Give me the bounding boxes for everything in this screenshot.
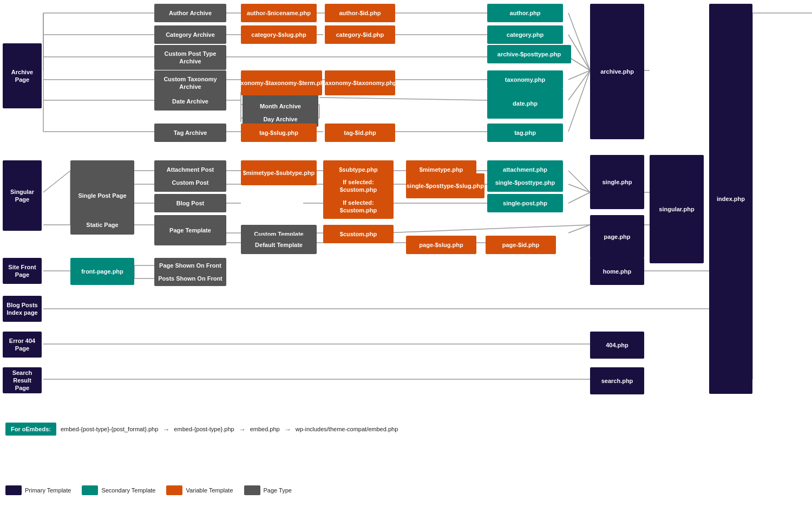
svg-line-17 [568, 57, 590, 70]
page-template-node: Page Template [154, 215, 226, 245]
svg-line-38 [43, 171, 70, 192]
index-php-node: index.php [709, 4, 752, 394]
svg-line-56 [568, 192, 590, 203]
custom-php-node: $custom.php [323, 225, 394, 243]
tag-id-node: tag-$id.php [325, 124, 395, 142]
legend-item-page-type: Page Type [244, 485, 292, 495]
for-oembeds-label: For oEmbeds: [5, 423, 56, 436]
category-php-node: category.php [487, 25, 563, 44]
arrow3: → [284, 425, 291, 433]
svg-line-66 [568, 225, 590, 233]
singular-php-node: singular.php [650, 155, 704, 263]
not-found-404-node: 404.php [590, 332, 644, 359]
embed-post-type-format: embed-{post-type}-{post_format}.php [61, 426, 158, 432]
tag-php-node: tag.php [487, 124, 563, 142]
author-id-node: author-$id.php [325, 4, 395, 22]
embed-post-type: embed-{post-type}.php [174, 426, 234, 432]
svg-line-29 [568, 70, 590, 100]
page-php-node: page.php [590, 215, 644, 258]
svg-line-48 [568, 171, 590, 192]
page-id-node: page-$id.php [486, 236, 556, 254]
archive-page-node: Archive Page [3, 43, 42, 108]
blog-posts-index-node: Blog Posts Index page [3, 296, 42, 322]
legend: Primary Template Secondary Template Vari… [5, 485, 292, 495]
search-php-node: search.php [590, 367, 644, 394]
date-php-node: date.php [487, 88, 563, 119]
custom-post-type-archive-node: Custom Post Type Archive [154, 45, 226, 70]
legend-label-page-type: Page Type [264, 487, 292, 494]
date-archive-node: Date Archive [154, 92, 226, 111]
archive-php-node: archive.php [590, 4, 644, 139]
legend-label-secondary: Secondary Template [101, 487, 155, 494]
tag-archive-node: Tag Archive [154, 124, 226, 142]
author-nicename-node: author-$nicename.php [241, 4, 317, 22]
static-page-node: Static Page [70, 215, 134, 235]
default-template-node: Default Template [241, 236, 317, 254]
mimetype-subtype-node: $mimetype-$subtype.php [241, 160, 317, 185]
legend-item-variable: Variable Template [166, 485, 233, 495]
single-posttype-slug-node: single-$posttype-$slug.php [406, 173, 484, 198]
svg-line-15 [568, 35, 590, 70]
svg-line-28 [319, 98, 487, 100]
legend-box-variable [166, 485, 182, 495]
single-posttype-node: single-$posttype.php [487, 173, 563, 192]
arrow1: → [162, 425, 169, 433]
author-archive-node: Author Archive [154, 4, 226, 22]
singular-page-node: Singular Page [3, 160, 42, 231]
search-result-page-node: Search Result Page [3, 367, 42, 393]
embed-row: For oEmbeds: embed-{post-type}-{post_for… [5, 423, 398, 436]
site-front-page-node: Site Front Page [3, 258, 42, 284]
archive-posttype-node: archive-$posttype.php [487, 45, 571, 63]
svg-line-53 [568, 184, 590, 192]
if-selected-custom-blog-node: If selected: $custom.php [323, 194, 394, 219]
legend-label-primary: Primary Template [25, 487, 71, 494]
home-php-node: home.php [590, 258, 644, 285]
blog-post-node: Blog Post [154, 194, 226, 212]
category-slug-node: category-$slug.php [241, 25, 317, 44]
legend-box-secondary [82, 485, 98, 495]
svg-line-21 [568, 70, 590, 80]
single-php-node: single.php [590, 155, 644, 209]
tag-slug-node: tag-$slug.php [241, 124, 317, 142]
author-php-node: author.php [487, 4, 563, 22]
front-page-php-node: front-page.php [70, 258, 134, 285]
legend-item-secondary: Secondary Template [82, 485, 155, 495]
category-archive-node: Category Archive [154, 25, 226, 44]
wp-includes-embed: wp-includes/theme-compat/embed.php [296, 426, 398, 432]
legend-box-page-type [244, 485, 260, 495]
legend-box-primary [5, 485, 22, 495]
single-post-node: single-post.php [487, 194, 563, 212]
posts-shown-on-front-node: Posts Shown On Front [154, 271, 226, 286]
svg-line-33 [568, 70, 590, 132]
custom-post-node: Custom Post [154, 173, 226, 192]
diagram-container: Archive Page Singular Page Site Front Pa… [0, 0, 812, 506]
error-404-page-node: Error 404 Page [3, 332, 42, 358]
embed-php: embed.php [250, 426, 280, 432]
taxonomy-taxonomy-node: taxonomy-$taxonomy.php [325, 70, 395, 95]
taxonomy-php-node: taxonomy.php [487, 70, 563, 89]
taxonomy-taxonomy-term-node: taxonomy-$taxonomy-$term.php [241, 70, 322, 95]
svg-line-11 [568, 13, 590, 70]
legend-label-variable: Variable Template [186, 487, 233, 494]
arrow2: → [239, 425, 246, 433]
legend-item-primary: Primary Template [5, 485, 71, 495]
category-id-node: category-$id.php [325, 25, 395, 44]
page-slug-node: page-$slug.php [406, 236, 476, 254]
svg-line-63 [384, 225, 590, 233]
